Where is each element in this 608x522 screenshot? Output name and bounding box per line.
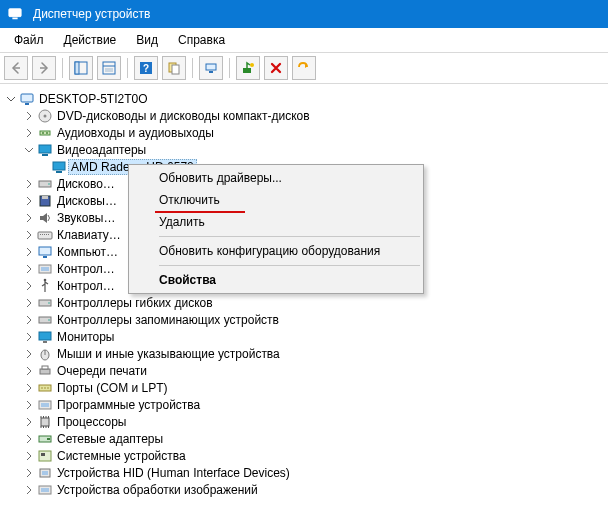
chevron-down-icon[interactable] (22, 143, 36, 157)
toolbar-scan[interactable] (199, 56, 223, 80)
svg-rect-47 (43, 341, 47, 343)
tree-node[interactable]: Аудиовходы и аудиовыходы (4, 124, 602, 141)
tree-node[interactable]: Очереди печати (4, 362, 602, 379)
devmgr-icon (7, 6, 23, 22)
toolbar-show-hide-tree[interactable] (69, 56, 93, 80)
svg-point-55 (47, 387, 49, 389)
chevron-right-icon[interactable] (22, 211, 36, 225)
chevron-right-icon[interactable] (22, 381, 36, 395)
chevron-right-icon[interactable] (22, 109, 36, 123)
tree-node[interactable]: Программные устройства (4, 396, 602, 413)
svg-point-15 (250, 63, 254, 67)
chevron-right-icon[interactable] (22, 279, 36, 293)
tree-node[interactable]: Устройства обработки изображений (4, 481, 602, 498)
tree-node[interactable]: Системные устройства (4, 447, 602, 464)
tree-root[interactable]: DESKTOP-5TI2T0O (4, 90, 602, 107)
chevron-right-icon[interactable] (22, 466, 36, 480)
svg-rect-51 (42, 366, 48, 369)
tree-node-label: Аудиовходы и аудиовыходы (57, 126, 214, 140)
toolbar-uninstall[interactable] (264, 56, 288, 80)
ctx-separator (159, 236, 420, 237)
menubar: Файл Действие Вид Справка (0, 28, 608, 53)
chevron-right-icon[interactable] (22, 398, 36, 412)
chevron-right-icon[interactable] (22, 313, 36, 327)
tree-node[interactable]: Процессоры (4, 413, 602, 430)
toolbar-properties-pane[interactable] (97, 56, 121, 80)
menu-help[interactable]: Справка (168, 30, 235, 50)
svg-rect-1 (12, 18, 17, 20)
tree-node[interactable]: DVD-дисководы и дисководы компакт-дисков (4, 107, 602, 124)
toolbar-separator (192, 58, 193, 78)
tree-node[interactable]: Сетевые адаптеры (4, 430, 602, 447)
svg-point-43 (48, 302, 50, 304)
menu-action[interactable]: Действие (54, 30, 127, 50)
tree-node[interactable]: Порты (COM и LPT) (4, 379, 602, 396)
port-icon (37, 380, 53, 396)
svg-rect-3 (75, 62, 79, 74)
chevron-right-icon[interactable] (22, 296, 36, 310)
chevron-right-icon[interactable] (22, 330, 36, 344)
svg-rect-72 (42, 471, 48, 475)
chevron-right-icon[interactable] (22, 347, 36, 361)
toolbar-separator (62, 58, 63, 78)
tree-node[interactable]: Контроллеры запоминающих устройств (4, 311, 602, 328)
toolbar-help[interactable]: ? (134, 56, 158, 80)
tree-node[interactable]: Устройства HID (Human Interface Devices) (4, 464, 602, 481)
svg-rect-4 (103, 62, 115, 74)
tree-node-label: Видеоадаптеры (57, 143, 146, 157)
tree-node-label: Процессоры (57, 415, 127, 429)
toolbar-back[interactable] (4, 56, 28, 80)
svg-point-54 (44, 387, 46, 389)
svg-rect-31 (38, 232, 52, 239)
svg-rect-17 (25, 103, 29, 105)
ctx-properties[interactable]: Свойства (131, 269, 421, 291)
svg-rect-38 (43, 256, 47, 258)
chevron-right-icon[interactable] (22, 194, 36, 208)
tree-node-label: Контроллеры запоминающих устройств (57, 313, 279, 327)
ctx-scan-hardware[interactable]: Обновить конфигурацию оборудования (131, 240, 421, 262)
toolbar-forward[interactable] (32, 56, 56, 80)
tree-node-label: Устройства HID (Human Interface Devices) (57, 466, 290, 480)
ctx-separator (159, 265, 420, 266)
sound-icon (37, 210, 53, 226)
tree-node-label: Контрол… (57, 262, 115, 276)
chevron-right-icon[interactable] (22, 449, 36, 463)
toolbar-update-driver[interactable] (236, 56, 260, 80)
svg-rect-74 (41, 488, 49, 492)
chevron-right-icon[interactable] (22, 126, 36, 140)
svg-rect-20 (40, 131, 50, 135)
tree-node[interactable]: Контроллеры гибких дисков (4, 294, 602, 311)
chevron-right-icon[interactable] (22, 432, 36, 446)
monitor-icon (37, 329, 53, 345)
cpu-icon (37, 414, 53, 430)
usb-icon (37, 278, 53, 294)
window-title: Диспетчер устройств (33, 7, 150, 21)
svg-rect-12 (206, 64, 216, 70)
menu-view[interactable]: Вид (126, 30, 168, 50)
toolbar-disable[interactable] (292, 56, 316, 80)
titlebar: Диспетчер устройств (0, 0, 608, 28)
chevron-right-icon[interactable] (22, 415, 36, 429)
tree-node-label: Клавиату… (57, 228, 121, 242)
tree-node[interactable]: Мыши и иные указывающие устройства (4, 345, 602, 362)
toolbar-action[interactable] (162, 56, 186, 80)
tree-node[interactable]: Мониторы (4, 328, 602, 345)
ctx-uninstall[interactable]: Удалить (131, 211, 421, 233)
device-tree[interactable]: DESKTOP-5TI2T0O DVD-дисководы и дисковод… (0, 84, 608, 504)
chevron-right-icon[interactable] (22, 245, 36, 259)
toolbar-separator (127, 58, 128, 78)
svg-rect-32 (40, 234, 41, 235)
tree-node-label: Мониторы (57, 330, 114, 344)
chevron-right-icon[interactable] (22, 228, 36, 242)
chevron-right-icon[interactable] (22, 483, 36, 497)
tree-node[interactable]: Видеоадаптеры (4, 141, 602, 158)
chevron-down-icon[interactable] (4, 92, 18, 106)
chevron-right-icon[interactable] (22, 364, 36, 378)
ctx-update-drivers[interactable]: Обновить драйверы... (131, 167, 421, 189)
chevron-right-icon[interactable] (22, 262, 36, 276)
svg-point-21 (42, 132, 44, 134)
menu-file[interactable]: Файл (4, 30, 54, 50)
ctx-disable[interactable]: Отключить (131, 189, 421, 211)
chevron-right-icon[interactable] (22, 177, 36, 191)
controller-icon (37, 261, 53, 277)
